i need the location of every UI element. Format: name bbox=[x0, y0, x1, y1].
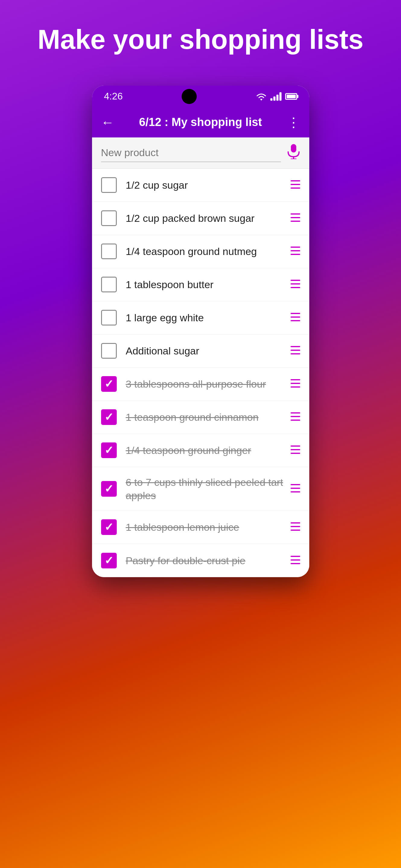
svg-rect-37 bbox=[291, 556, 300, 557]
svg-rect-12 bbox=[291, 254, 300, 255]
svg-rect-9 bbox=[291, 221, 300, 222]
item-text-8: 1 teaspoon ground cinnamon bbox=[126, 410, 285, 424]
list-item: 3 tablespoons all-purpose flour bbox=[92, 368, 309, 401]
checkbox-1[interactable] bbox=[101, 177, 117, 193]
svg-rect-28 bbox=[291, 445, 300, 447]
list-item: 6 to 7 cups thinly sliced peeled tart ap… bbox=[92, 467, 309, 511]
battery-icon bbox=[285, 93, 297, 100]
svg-rect-27 bbox=[291, 420, 300, 421]
drag-handle-8[interactable] bbox=[291, 412, 300, 423]
item-text-6: Additional sugar bbox=[126, 344, 285, 358]
new-product-input[interactable] bbox=[101, 144, 281, 162]
svg-rect-8 bbox=[291, 217, 300, 218]
svg-rect-31 bbox=[291, 484, 300, 485]
mic-button[interactable] bbox=[287, 144, 300, 162]
drag-handle-3[interactable] bbox=[291, 246, 300, 257]
svg-rect-25 bbox=[291, 412, 300, 413]
svg-rect-21 bbox=[291, 353, 300, 354]
svg-rect-1 bbox=[291, 144, 296, 153]
svg-marker-0 bbox=[260, 99, 262, 101]
shopping-list: 1/2 cup sugar 1/2 cup packed brown sugar… bbox=[92, 169, 309, 577]
drag-handle-2[interactable] bbox=[291, 213, 300, 224]
svg-rect-6 bbox=[291, 187, 300, 189]
camera-cutout bbox=[182, 89, 197, 104]
list-item: 1/4 teaspoon ground nutmeg bbox=[92, 235, 309, 268]
list-item: Pastry for double-crust pie bbox=[92, 544, 309, 577]
svg-rect-19 bbox=[291, 346, 300, 347]
more-options-button[interactable]: ⋮ bbox=[287, 115, 300, 130]
list-item: 1/2 cup sugar bbox=[92, 169, 309, 202]
svg-rect-13 bbox=[291, 280, 300, 281]
list-item: 1 teaspoon ground cinnamon bbox=[92, 401, 309, 434]
svg-rect-35 bbox=[291, 526, 300, 527]
svg-rect-20 bbox=[291, 350, 300, 351]
item-text-7: 3 tablespoons all-purpose flour bbox=[126, 377, 285, 391]
phone-container: 4:26 ← 6/12 : My shopping list bbox=[92, 86, 309, 577]
checkbox-3[interactable] bbox=[101, 244, 117, 259]
svg-rect-30 bbox=[291, 453, 300, 454]
signal-icon bbox=[270, 92, 282, 101]
svg-rect-39 bbox=[291, 563, 300, 564]
item-text-4: 1 tablespoon butter bbox=[126, 278, 285, 291]
drag-handle-7[interactable] bbox=[291, 378, 300, 390]
list-item: 1 large egg white bbox=[92, 301, 309, 335]
checkbox-10[interactable] bbox=[101, 481, 117, 497]
drag-handle-10[interactable] bbox=[291, 484, 300, 494]
item-text-10: 6 to 7 cups thinly sliced peeled tart ap… bbox=[126, 475, 285, 502]
list-item: 1/2 cup packed brown sugar bbox=[92, 202, 309, 235]
page-header: Make your shopping lists bbox=[0, 0, 401, 73]
input-area bbox=[92, 137, 309, 169]
svg-rect-17 bbox=[291, 316, 300, 318]
svg-rect-5 bbox=[291, 184, 300, 185]
svg-rect-34 bbox=[291, 522, 300, 524]
checkbox-7[interactable] bbox=[101, 376, 117, 392]
checkbox-2[interactable] bbox=[101, 210, 117, 226]
svg-rect-36 bbox=[291, 530, 300, 531]
checkbox-4[interactable] bbox=[101, 277, 117, 292]
svg-rect-18 bbox=[291, 320, 300, 321]
drag-handle-9[interactable] bbox=[291, 445, 300, 456]
checkbox-6[interactable] bbox=[101, 343, 117, 359]
item-text-2: 1/2 cup packed brown sugar bbox=[126, 212, 285, 225]
drag-handle-12[interactable] bbox=[291, 555, 300, 566]
drag-handle-1[interactable] bbox=[291, 180, 300, 190]
page-title: Make your shopping lists bbox=[18, 24, 383, 56]
svg-rect-29 bbox=[291, 449, 300, 450]
app-bar-title: 6/12 : My shopping list bbox=[122, 116, 280, 129]
svg-rect-26 bbox=[291, 416, 300, 417]
svg-rect-4 bbox=[291, 180, 300, 181]
app-bar: ← 6/12 : My shopping list ⋮ bbox=[92, 107, 309, 137]
svg-rect-11 bbox=[291, 250, 300, 251]
drag-handle-4[interactable] bbox=[291, 279, 300, 290]
checkbox-5[interactable] bbox=[101, 310, 117, 326]
list-item: 1 tablespoon lemon juice bbox=[92, 511, 309, 544]
status-icons bbox=[256, 92, 297, 101]
svg-rect-15 bbox=[291, 287, 300, 288]
list-item: Additional sugar bbox=[92, 335, 309, 368]
item-text-12: Pastry for double-crust pie bbox=[126, 554, 285, 567]
list-item: 1 tablespoon butter bbox=[92, 268, 309, 301]
svg-rect-33 bbox=[291, 491, 300, 493]
drag-handle-5[interactable] bbox=[291, 312, 300, 323]
item-text-11: 1 tablespoon lemon juice bbox=[126, 521, 285, 534]
checkbox-9[interactable] bbox=[101, 442, 117, 458]
drag-handle-11[interactable] bbox=[291, 522, 300, 532]
item-text-3: 1/4 teaspoon ground nutmeg bbox=[126, 245, 285, 258]
checkbox-8[interactable] bbox=[101, 409, 117, 425]
item-text-9: 1/4 teaspoon ground ginger bbox=[126, 444, 285, 457]
item-text-1: 1/2 cup sugar bbox=[126, 179, 285, 192]
status-bar: 4:26 bbox=[92, 86, 309, 107]
svg-rect-24 bbox=[291, 386, 300, 388]
svg-rect-14 bbox=[291, 283, 300, 284]
item-text-5: 1 large egg white bbox=[126, 311, 285, 324]
drag-handle-6[interactable] bbox=[291, 345, 300, 356]
checkbox-12[interactable] bbox=[101, 553, 117, 568]
svg-rect-22 bbox=[291, 379, 300, 380]
checkbox-11[interactable] bbox=[101, 519, 117, 535]
back-button[interactable]: ← bbox=[101, 116, 114, 129]
svg-rect-7 bbox=[291, 213, 300, 215]
svg-rect-23 bbox=[291, 383, 300, 384]
svg-rect-10 bbox=[291, 247, 300, 248]
svg-rect-38 bbox=[291, 559, 300, 561]
status-time: 4:26 bbox=[104, 91, 123, 102]
